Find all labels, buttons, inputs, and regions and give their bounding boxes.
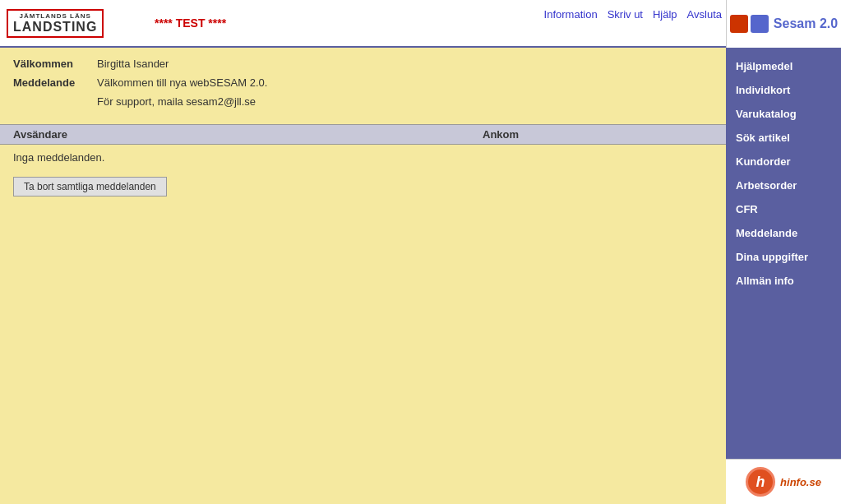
message-line-1: Välkommen till nya webSESAM 2.0. [97, 76, 267, 89]
messages-body: Inga meddelanden. [0, 145, 726, 170]
avsluta-link[interactable]: Avsluta [687, 8, 722, 21]
welcome-value: Birgitta Isander [97, 58, 169, 70]
sidebar-item-varukatalog[interactable]: Varukatalog [726, 102, 841, 126]
nav-links: Information Skriv ut Hjälp Avsluta [544, 8, 722, 21]
sidebar-item-arbetsorder[interactable]: Arbetsorder [726, 173, 841, 197]
no-messages: Inga meddelanden. [13, 148, 104, 167]
col-sender: Avsändare [13, 128, 483, 141]
header: JÄMTLANDS LÄNS LANDSTING **** TEST **** … [0, 0, 841, 48]
sidebar-item-sok-artikel[interactable]: Sök artikel [726, 126, 841, 150]
sidebar-item-allman-info[interactable]: Allmän info [726, 269, 841, 293]
sidebar: Hjälpmedel Individkort Varukatalog Sök a… [726, 48, 841, 504]
sesam-box: Sesam 2.0 [730, 15, 838, 33]
delete-btn-area: Ta bort samtliga meddelanden [0, 170, 726, 203]
sidebar-item-cfr[interactable]: CFR [726, 197, 841, 221]
hinfo-logo: h hinfo.se [746, 467, 821, 497]
sesam-text: Sesam 2.0 [774, 16, 838, 31]
welcome-label: Välkommen [13, 58, 87, 70]
sesam-icon-red [730, 15, 748, 33]
sesam-logo: Sesam 2.0 [726, 0, 841, 48]
meddelande-row: Meddelande Välkommen till nya webSESAM 2… [13, 76, 713, 108]
meddelande-label: Meddelande [13, 76, 87, 89]
sesam-icon-blue [751, 15, 769, 33]
hinfo-text: hinfo.se [780, 476, 821, 488]
hinfo-circle: h [746, 467, 775, 497]
message-line-2: För support, maila sesam2@jll.se [97, 95, 267, 108]
sidebar-item-individkort[interactable]: Individkort [726, 78, 841, 102]
logo-box: JÄMTLANDS LÄNS LANDSTING [7, 9, 104, 38]
hjalp-link[interactable]: Hjälp [653, 8, 677, 21]
logo-top: JÄMTLANDS LÄNS [19, 12, 90, 20]
col-ankom: Ankom [483, 128, 647, 141]
hinfo-area: h hinfo.se [726, 459, 841, 504]
sidebar-item-dina-uppgifter[interactable]: Dina uppgifter [726, 245, 841, 269]
main-layout: Välkommen Birgitta Isander Meddelande Vä… [0, 48, 841, 504]
col-action [647, 128, 713, 141]
logo-area: JÄMTLANDS LÄNS LANDSTING [7, 9, 138, 38]
content-area: Välkommen Birgitta Isander Meddelande Vä… [0, 48, 726, 504]
welcome-section: Välkommen Birgitta Isander Meddelande Vä… [0, 48, 726, 118]
welcome-row: Välkommen Birgitta Isander [13, 58, 713, 70]
sesam-icons [730, 15, 769, 33]
sidebar-item-meddelande[interactable]: Meddelande [726, 221, 841, 245]
messages-header: Avsändare Ankom [0, 124, 726, 145]
sidebar-item-kundorder[interactable]: Kundorder [726, 150, 841, 173]
messages-section: Avsändare Ankom Inga meddelanden. [0, 124, 726, 170]
delete-all-button[interactable]: Ta bort samtliga meddelanden [13, 177, 167, 197]
information-link[interactable]: Information [544, 8, 598, 21]
sidebar-item-hjalpmedel[interactable]: Hjälpmedel [726, 54, 841, 78]
logo-bottom: LANDSTING [13, 20, 97, 35]
skriv-ut-link[interactable]: Skriv ut [608, 8, 643, 21]
